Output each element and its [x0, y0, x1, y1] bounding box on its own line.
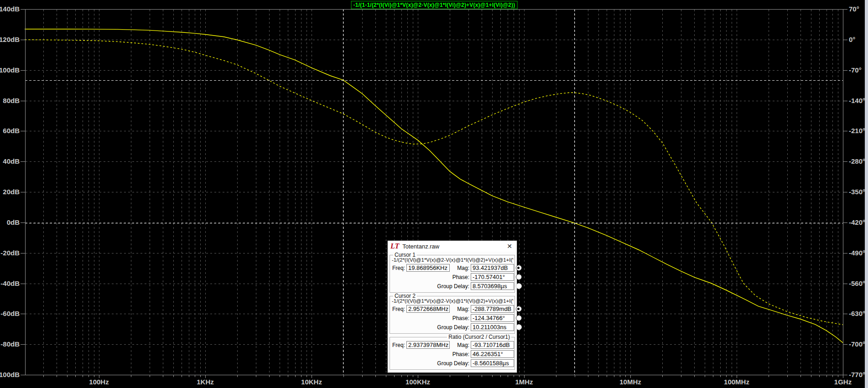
- cursor2-freq-label: Freq:: [391, 306, 405, 312]
- dialog-title: Totentanz.raw: [402, 243, 505, 250]
- ratio-phase-label: Phase:: [391, 351, 469, 357]
- cursor1-phase-field[interactable]: -170.57401°: [471, 273, 514, 281]
- window-edge-strip: [865, 0, 868, 388]
- close-icon[interactable]: ✕: [505, 242, 514, 250]
- cursor2-phase-field[interactable]: -124.34766°: [471, 314, 514, 322]
- cursor1-freq-label: Freq:: [391, 265, 405, 271]
- cursor2-group-delay-label: Group Delay:: [391, 324, 469, 331]
- ltspice-logo-icon: LT: [390, 242, 399, 250]
- y-right-tick-label: -280°: [849, 157, 865, 165]
- x-tick-label: 100MHz: [724, 378, 749, 386]
- x-tick-label: 100KHz: [405, 378, 430, 386]
- cursor2-group-delay-radio[interactable]: [516, 324, 522, 330]
- y-left-tick-label: 40dB: [3, 157, 20, 165]
- cursor1-group-delay-field[interactable]: 8.5703698µs: [471, 282, 514, 290]
- cursor1-phase-label: Phase:: [391, 274, 469, 280]
- y-left-tick-label: 140dB: [0, 5, 20, 13]
- x-tick-label: 10MHz: [619, 378, 641, 386]
- y-left-tick-label: -80dB: [0, 340, 20, 348]
- ratio-group-delay-label: Group Delay:: [391, 360, 469, 367]
- ratio-freq-label: Freq:: [391, 342, 405, 348]
- cursor2-phase-label: Phase:: [391, 315, 469, 321]
- cursor2-mag-label: Mag:: [451, 306, 469, 312]
- y-left-tick-label: 0dB: [7, 218, 20, 226]
- cursor2-group-delay-field[interactable]: 10.211003ns: [471, 323, 514, 331]
- x-tick-label: 1GHz: [834, 378, 852, 386]
- y-left-tick-label: 100dB: [0, 66, 20, 74]
- x-tick-label: 1KHz: [197, 378, 214, 386]
- y-right-tick-label: 70°: [849, 5, 859, 13]
- y-left-tick-label: 20dB: [3, 188, 20, 196]
- y-right-tick-label: -350°: [849, 188, 865, 196]
- y-right-tick-label: -210°: [849, 127, 865, 135]
- y-left-tick-label: 120dB: [0, 36, 20, 43]
- dialog-titlebar[interactable]: LT Totentanz.raw ✕: [388, 241, 517, 252]
- cursor1-group-label: Cursor 1: [393, 252, 417, 258]
- y-right-tick-label: -420°: [849, 218, 865, 226]
- cursor2-mag-radio[interactable]: [516, 306, 522, 312]
- ratio-group-label: Ratio (Cursor2 / Cursor1): [447, 334, 511, 340]
- cursor1-mag-radio[interactable]: [516, 265, 522, 271]
- y-right-tick-label: -700°: [849, 340, 865, 348]
- cursor2-group: Cursor 2 -1/(2*(I(Vi)@1*V(x)@2-V(x)@1*I(…: [390, 296, 515, 334]
- y-left-tick-label: -20dB: [0, 249, 20, 257]
- ratio-group-delay-field[interactable]: -8.5601588µs: [471, 359, 514, 367]
- ratio-phase-field[interactable]: 46.226351°: [471, 350, 514, 358]
- cursor2-freq-field[interactable]: 2.9572668MHz: [406, 305, 450, 313]
- ratio-mag-field[interactable]: -93.710716dB: [471, 341, 514, 349]
- cursor1-group: Cursor 1 -1/(2*(I(Vi)@1*V(x)@2-V(x)@1*I(…: [390, 255, 515, 293]
- cursor1-mag-field[interactable]: 93.421937dB: [471, 264, 514, 272]
- y-left-tick-label: -60dB: [0, 310, 20, 317]
- x-tick-label: 1MHz: [515, 378, 533, 386]
- y-left-tick-label: 60dB: [3, 127, 20, 135]
- x-tick-label: 10KHz: [301, 378, 322, 386]
- cursor1-phase-radio[interactable]: [516, 274, 522, 280]
- y-right-tick-label: -140°: [849, 97, 865, 104]
- x-tick-label: 100Hz: [89, 378, 109, 386]
- ratio-freq-field[interactable]: 2.9373978MHz: [406, 341, 450, 349]
- cursor2-phase-radio[interactable]: [516, 315, 522, 321]
- cursor2-mag-field[interactable]: -288.7789mdB: [471, 305, 514, 313]
- cursor2-group-label: Cursor 2: [393, 293, 417, 299]
- y-right-tick-label: -770°: [849, 371, 865, 378]
- ratio-mag-label: Mag:: [451, 342, 469, 348]
- y-right-tick-label: -630°: [849, 310, 865, 317]
- cursor1-freq-field[interactable]: 19.868956KHz: [406, 264, 450, 272]
- cursor-dialog[interactable]: LT Totentanz.raw ✕ Cursor 1 -1/(2*(I(Vi)…: [387, 240, 517, 373]
- y-left-tick-label: -100dB: [0, 371, 20, 378]
- cursor1-mag-label: Mag:: [451, 265, 469, 271]
- ratio-group: Ratio (Cursor2 / Cursor1) Freq: 2.937397…: [390, 337, 515, 370]
- trace-title-label[interactable]: -1/(1-1/(2*(I(Vi)@1*V(x)@2-V(x)@1*I(Vi)@…: [351, 1, 518, 9]
- cursor1-group-delay-radio[interactable]: [516, 283, 522, 289]
- y-right-tick-label: -490°: [849, 249, 865, 257]
- y-left-tick-label: 80dB: [3, 97, 20, 104]
- y-right-tick-label: 0°: [849, 36, 855, 43]
- ltspice-waveform-window: 140dB120dB100dB80dB60dB40dB20dB0dB-20dB-…: [0, 0, 868, 388]
- cursor1-group-delay-label: Group Delay:: [391, 283, 469, 290]
- y-left-tick-label: -40dB: [0, 279, 20, 287]
- y-right-tick-label: -560°: [849, 279, 865, 287]
- y-right-tick-label: -70°: [849, 66, 862, 74]
